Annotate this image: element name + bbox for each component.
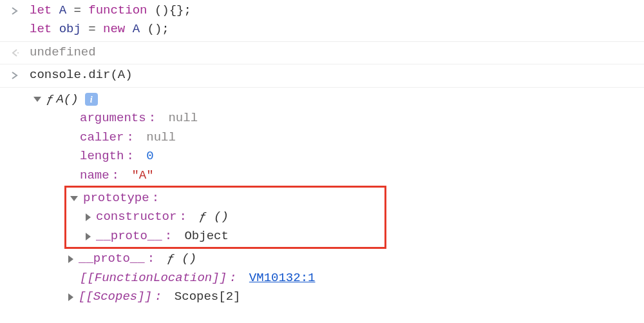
- operator-eq: =: [73, 3, 80, 17]
- prop-proto[interactable]: __proto__: ƒ (): [33, 250, 644, 268]
- triangle-down-icon[interactable]: [70, 196, 78, 201]
- keyword-function: function: [88, 3, 147, 17]
- operator-eq: =: [88, 22, 95, 36]
- identifier-A: A: [59, 3, 66, 17]
- prop-value: "A": [131, 166, 153, 185]
- input-chevron-icon: [0, 1, 30, 19]
- prop-name[interactable]: name: "A": [33, 166, 644, 185]
- prop-key: caller: [80, 128, 124, 147]
- prop-scopes[interactable]: [[Scopes]]: Scopes[2]: [33, 288, 644, 306]
- console-input-block-2: console.dir(A): [0, 64, 644, 87]
- prop-value-func: ƒ (): [199, 208, 229, 226]
- prop-caller[interactable]: caller: null: [33, 128, 644, 147]
- prop-key: length: [80, 147, 124, 166]
- prop-key: constructor: [96, 208, 176, 226]
- prop-value-func: ƒ (): [167, 250, 196, 268]
- prop-prototype[interactable]: prototype:: [66, 189, 384, 208]
- keyword-new: new: [103, 22, 125, 36]
- punctuation: (){};: [155, 3, 191, 17]
- console-input-code[interactable]: console.dir(A): [30, 66, 644, 84]
- console-input-block-1: let A = function (){}; let obj = new A (…: [0, 0, 644, 42]
- console-output-tree: ƒ A() i arguments: null caller: null len…: [0, 88, 644, 309]
- prop-key: arguments: [80, 109, 146, 128]
- prop-value: Scopes[2]: [175, 288, 241, 306]
- keyword-let: let: [30, 3, 52, 17]
- triangle-right-icon[interactable]: [68, 255, 73, 263]
- prop-constructor[interactable]: constructor: ƒ (): [66, 208, 384, 226]
- prop-value: 0: [146, 147, 153, 166]
- function-name: A(): [56, 90, 78, 109]
- prop-value: null: [168, 109, 198, 128]
- triangle-right-icon[interactable]: [68, 293, 73, 301]
- triangle-down-icon[interactable]: [33, 97, 41, 102]
- prop-length[interactable]: length: 0: [33, 147, 644, 166]
- triangle-right-icon[interactable]: [86, 213, 91, 221]
- function-glyph: ƒ: [46, 90, 53, 109]
- prop-function-location[interactable]: [[FunctionLocation]]: VM10132:1: [33, 269, 644, 288]
- console-input-code[interactable]: let A = function (){}; let obj = new A (…: [30, 1, 644, 39]
- prop-value: Object: [184, 227, 228, 246]
- prop-key: __proto__: [96, 227, 162, 246]
- prop-key: [[Scopes]]: [79, 288, 152, 306]
- svg-point-0: [17, 52, 19, 54]
- info-icon[interactable]: i: [85, 93, 98, 106]
- prop-value: null: [146, 128, 176, 147]
- output-chevron-icon: [0, 43, 30, 61]
- highlight-box: prototype: constructor: ƒ () __proto__: …: [64, 186, 386, 249]
- vm-source-link[interactable]: VM10132:1: [249, 269, 316, 288]
- code-text: console.dir(A): [30, 68, 133, 82]
- identifier-obj: obj: [59, 22, 81, 36]
- prop-key: name: [80, 166, 109, 185]
- punctuation: ();: [147, 22, 169, 36]
- triangle-right-icon[interactable]: [86, 233, 91, 240]
- output-undefined: undefined: [30, 45, 96, 59]
- prop-key: [[FunctionLocation]]: [80, 269, 227, 288]
- keyword-let: let: [30, 22, 52, 36]
- identifier-A: A: [133, 22, 140, 36]
- prop-key: prototype: [83, 189, 149, 208]
- gutter-empty: [0, 89, 30, 90]
- input-chevron-icon: [0, 66, 30, 84]
- prop-key: __proto__: [79, 250, 145, 268]
- tree-root-function[interactable]: ƒ A() i: [33, 90, 644, 109]
- prop-arguments[interactable]: arguments: null: [33, 109, 644, 128]
- prop-proto-inner[interactable]: __proto__: Object: [66, 227, 384, 246]
- console-output-1: undefined: [0, 42, 644, 64]
